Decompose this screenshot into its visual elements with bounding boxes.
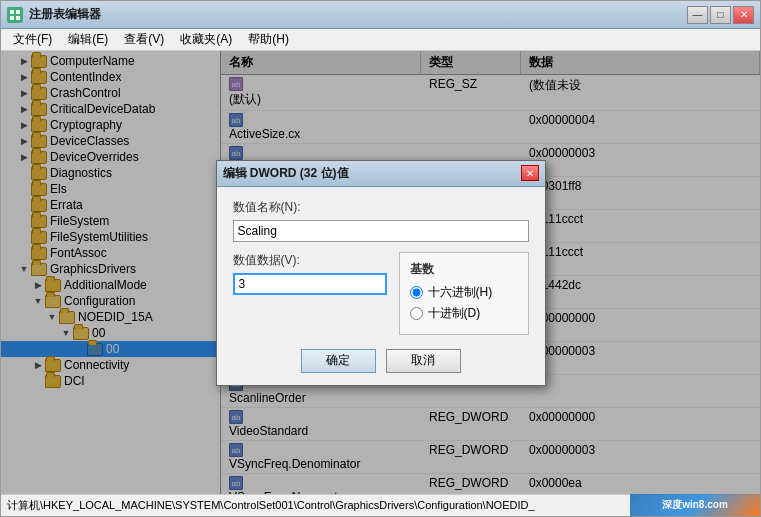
value-data-section: 数值数据(V): — [233, 252, 387, 295]
status-path: 计算机\HKEY_LOCAL_MACHINE\SYSTEM\ControlSet… — [7, 498, 535, 513]
watermark-text: 深度win8.com — [662, 498, 728, 512]
radio-dec-input[interactable] — [410, 307, 423, 320]
close-button[interactable]: ✕ — [733, 6, 754, 24]
dialog-close-button[interactable]: ✕ — [521, 165, 539, 181]
menu-favorites[interactable]: 收藏夹(A) — [172, 29, 240, 50]
menu-help[interactable]: 帮助(H) — [240, 29, 297, 50]
value-data-input[interactable] — [233, 273, 387, 295]
main-area: ▶ ComputerName ▶ ContentIndex ▶ CrashCon… — [1, 51, 760, 494]
app-icon — [7, 7, 23, 23]
modal-overlay: 编辑 DWORD (32 位)值 ✕ 数值名称(N): 数值数据(V): 基数 — [1, 51, 760, 494]
svg-rect-2 — [10, 16, 14, 20]
radio-dec[interactable]: 十进制(D) — [410, 305, 518, 322]
base-section: 基数 十六进制(H) 十进制(D) — [399, 252, 529, 335]
titlebar: 注册表编辑器 — □ ✕ — [1, 1, 760, 29]
value-name-label: 数值名称(N): — [233, 199, 529, 216]
statusbar: 计算机\HKEY_LOCAL_MACHINE\SYSTEM\ControlSet… — [1, 494, 760, 516]
dialog-value-row: 数值数据(V): 基数 十六进制(H) 十进制(D) — [233, 252, 529, 335]
value-data-label: 数值数据(V): — [233, 252, 387, 269]
radio-hex[interactable]: 十六进制(H) — [410, 284, 518, 301]
minimize-button[interactable]: — — [687, 6, 708, 24]
registry-editor-window: 注册表编辑器 — □ ✕ 文件(F) 编辑(E) 查看(V) 收藏夹(A) 帮助… — [0, 0, 761, 517]
menu-file[interactable]: 文件(F) — [5, 29, 60, 50]
svg-rect-0 — [10, 10, 14, 14]
svg-rect-3 — [16, 16, 20, 20]
svg-rect-1 — [16, 10, 20, 14]
edit-dword-dialog: 编辑 DWORD (32 位)值 ✕ 数值名称(N): 数值数据(V): 基数 — [216, 160, 546, 386]
ok-button[interactable]: 确定 — [301, 349, 376, 373]
watermark: 深度win8.com — [630, 494, 760, 516]
dialog-title: 编辑 DWORD (32 位)值 — [223, 165, 521, 182]
window-title: 注册表编辑器 — [29, 6, 687, 23]
radio-hex-input[interactable] — [410, 286, 423, 299]
base-label: 基数 — [410, 261, 518, 278]
menu-view[interactable]: 查看(V) — [116, 29, 172, 50]
dialog-buttons: 确定 取消 — [233, 349, 529, 373]
radio-hex-label: 十六进制(H) — [428, 284, 493, 301]
dialog-body: 数值名称(N): 数值数据(V): 基数 十六进制(H) — [217, 187, 545, 385]
window-controls: — □ ✕ — [687, 6, 754, 24]
menu-edit[interactable]: 编辑(E) — [60, 29, 116, 50]
radio-dec-label: 十进制(D) — [428, 305, 481, 322]
dialog-titlebar: 编辑 DWORD (32 位)值 ✕ — [217, 161, 545, 187]
cancel-button[interactable]: 取消 — [386, 349, 461, 373]
menubar: 文件(F) 编辑(E) 查看(V) 收藏夹(A) 帮助(H) — [1, 29, 760, 51]
maximize-button[interactable]: □ — [710, 6, 731, 24]
value-name-input[interactable] — [233, 220, 529, 242]
